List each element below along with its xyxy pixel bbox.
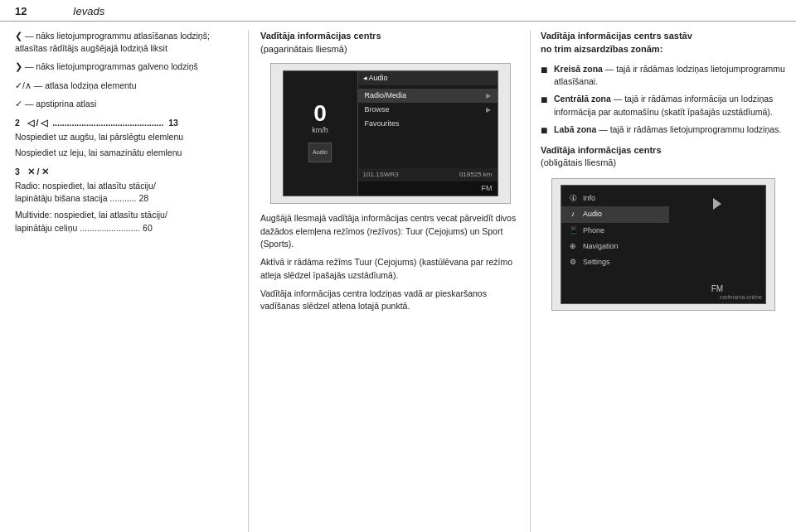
odometer: 018525 km: [459, 170, 493, 180]
screen-audio-label: ◂ Audio: [363, 73, 388, 84]
svg-marker-0: [713, 198, 721, 210]
menu2-navigation: ⊕ Navigation: [561, 239, 669, 254]
list-item: ❮ — nāks lietojumprogrammu atlasīšanas l…: [15, 30, 236, 55]
menu-item-label: Browse: [365, 104, 390, 115]
menu-item-favourites: Favourites: [358, 117, 498, 131]
right-arrow-icon: [707, 194, 727, 214]
menu2-settings-label: Settings: [583, 257, 610, 268]
phone-icon: 📱: [568, 225, 578, 235]
list-item: Nospiediet uz augšu, lai pārslēgtu eleml…: [15, 131, 236, 158]
menu-item-label: Radio/Media: [365, 90, 407, 101]
arrow-container: [707, 194, 727, 214]
content: ❮ — nāks lietojumprogrammu atlasīšanas l…: [0, 22, 796, 532]
mid-body-text: Augšājā llesmajā vadītāja informācijas c…: [260, 212, 520, 313]
page-title: Ievads: [73, 5, 104, 17]
menu2-info: 🛈 Info: [561, 191, 669, 206]
car-screen-display: 0 km/h Audio ◂ Audio: [270, 63, 511, 204]
mid-section-title: Vadītāja informācijas centrs(pagarinātai…: [260, 30, 520, 56]
info-icon: 🛈: [568, 194, 578, 204]
bullet-text: Kreisā zona — tajā ir rādāmas lodziņas l…: [554, 63, 786, 88]
menu2-settings: ⚙ Settings: [561, 254, 669, 270]
menu2-audio-label: Audio: [583, 209, 602, 220]
watermark-text: carlmania.online: [720, 293, 762, 302]
bullet-item-centrala: ■ Centrālā zona — tajā ir rādāmas inform…: [541, 93, 786, 118]
bullet-icon: ■: [541, 93, 551, 118]
bullet-item-laba: ■ Labā zona — tajā ir rādāmas lietojumpr…: [541, 123, 786, 138]
bullet-icon: ■: [541, 63, 551, 88]
settings-icon: ⚙: [568, 257, 578, 267]
screen-menu: Radio/Media ▶ Browse ▶ Favourites: [358, 85, 498, 168]
right-section-title2: Vadītāja informācijas centrs(obligātais …: [541, 144, 786, 171]
bullet-item-kreisa: ■ Kreisā zona — tajā ir rādāmas lodziņas…: [541, 63, 786, 88]
audio-icon: ♪: [568, 210, 578, 220]
bullet-text: Labā zona — tajā ir rādāmas lietojumprog…: [554, 123, 786, 138]
screen-speed-panel: 0 km/h Audio: [284, 71, 358, 196]
screen-bottom-bar: 101.1SWR3 018525 km: [358, 168, 498, 181]
screen-menu-panel: ◂ Audio Radio/Media ▶ Browse ▶: [358, 71, 498, 196]
audio-text: Audio: [313, 148, 328, 157]
speed-unit: km/h: [312, 125, 328, 136]
speed-value: 0: [313, 102, 327, 125]
menu-arrow: ▶: [486, 105, 491, 115]
list-item: ✓ — apstiprina atlasi: [15, 98, 236, 110]
menu-arrow: ▶: [486, 91, 491, 101]
list-item-num: 2 ◁ / ◁ ................................…: [15, 117, 236, 129]
list-item-num: 3 ✕ / ✕: [15, 166, 236, 178]
left-column: ❮ — nāks lietojumprogrammu atlasīšanas l…: [0, 30, 249, 532]
menu-item-label: Favourites: [365, 118, 400, 129]
list-item: ✓/∧ — atlasa lodziņa elementu: [15, 80, 236, 92]
page: 12 Ievads ❮ — nāks lietojumprogrammu atl…: [0, 0, 796, 532]
menu-item-radio-media: Radio/Media ▶: [358, 89, 498, 103]
screen2-menu: 🛈 Info ♪ Audio 📱 Phone ⊕: [561, 186, 669, 303]
page-number: 12: [15, 5, 40, 17]
menu2-info-label: Info: [583, 193, 595, 204]
menu2-phone-label: Phone: [583, 225, 604, 236]
right-section-title1: Vadītāja informācijas centrs sastāvno tr…: [541, 30, 786, 56]
header: 12 Ievads: [0, 0, 796, 22]
bullet-icon: ■: [541, 123, 551, 138]
screen-inner: 0 km/h Audio ◂ Audio: [283, 70, 498, 196]
right-column: Vadītāja informācijas centrs sastāvno tr…: [531, 30, 796, 532]
list-item: Radio: nospiediet, lai atlasītu stāciju/…: [15, 180, 236, 235]
menu2-audio: ♪ Audio: [561, 206, 669, 222]
menu2-navigation-label: Navigation: [583, 241, 619, 252]
navigation-icon: ⊕: [568, 241, 578, 251]
screen-top-bar: ◂ Audio: [358, 71, 498, 85]
mode-fm: FM: [482, 183, 493, 194]
screen2-inner: 🛈 Info ♪ Audio 📱 Phone ⊕: [561, 185, 766, 304]
screen2-right-panel: FM: [669, 186, 765, 303]
station-name: 101.1SWR3: [363, 170, 399, 180]
menu2-phone: 📱 Phone: [561, 223, 669, 239]
mid-column: Vadītāja informācijas centrs(pagarinātai…: [249, 30, 531, 532]
list-item: ❯ — nāks lietojumprogrammas galveno lodz…: [15, 60, 236, 73]
car-screen2-display: 🛈 Info ♪ Audio 📱 Phone ⊕: [551, 178, 775, 311]
menu-item-browse: Browse ▶: [358, 103, 498, 117]
bullet-text: Centrālā zona — tajā ir rādāmas informāc…: [554, 93, 786, 118]
audio-icon-box: Audio: [308, 143, 332, 162]
